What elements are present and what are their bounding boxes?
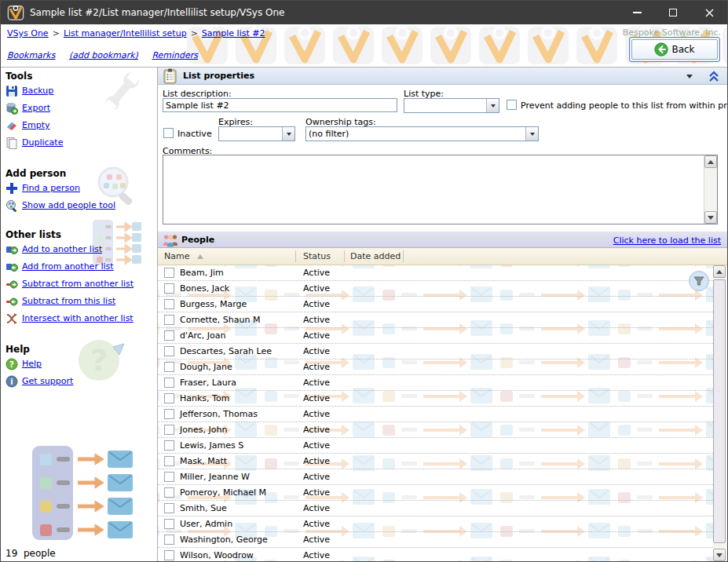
row-checkbox[interactable] — [164, 299, 174, 309]
column-header-name[interactable]: Name — [164, 251, 203, 261]
table-row[interactable]: Mask, MattActive — [158, 454, 713, 469]
list-type-dropdown[interactable] — [404, 98, 499, 113]
breadcrumb-link-sample-list[interactable]: Sample list #2 — [202, 28, 265, 38]
column-header-status[interactable]: Status — [303, 251, 331, 261]
table-row[interactable]: Burgess, MargeActive — [158, 297, 713, 312]
row-checkbox[interactable] — [164, 330, 174, 341]
sidebar-item-add-from-another-list[interactable]: Add from another list — [5, 260, 157, 273]
comments-scroll-down-button[interactable] — [704, 211, 717, 224]
add-to-another-list-link[interactable]: Add to another list — [22, 244, 102, 254]
column-separator[interactable] — [344, 250, 345, 262]
table-row[interactable]: Miller, Jeanne WActive — [158, 469, 713, 485]
row-checkbox[interactable] — [164, 283, 174, 294]
table-row[interactable]: Wilson, WoodrowActive — [158, 548, 713, 561]
row-checkbox[interactable] — [164, 472, 174, 482]
row-checkbox[interactable] — [164, 409, 174, 419]
column-header-date-added[interactable]: Date added — [350, 251, 401, 261]
sidebar-item-find-a-person[interactable]: Find a person — [5, 181, 157, 195]
sidebar-item-empty[interactable]: Empty — [5, 119, 157, 132]
sidebar-item-backup[interactable]: Backup — [5, 84, 157, 97]
comments-scroll-up-button[interactable] — [704, 155, 717, 168]
column-separator[interactable] — [295, 250, 296, 262]
filter-button[interactable] — [689, 271, 709, 291]
row-checkbox[interactable] — [164, 268, 174, 278]
minimize-button[interactable] — [619, 1, 655, 24]
maximize-button[interactable] — [655, 1, 691, 24]
row-checkbox[interactable] — [164, 362, 174, 372]
back-button[interactable]: Back — [629, 37, 720, 62]
comments-scrollbar[interactable] — [704, 155, 717, 224]
row-checkbox[interactable] — [164, 393, 174, 403]
table-row[interactable]: Jefferson, ThomasActive — [158, 407, 713, 422]
column-separator[interactable] — [403, 250, 404, 262]
sidebar-item-show-add-people-tool[interactable]: Show add people tool — [5, 199, 157, 212]
row-checkbox[interactable] — [164, 487, 174, 498]
table-row[interactable]: Washington, GeorgeActive — [158, 532, 713, 548]
row-checkbox[interactable] — [164, 440, 174, 451]
section-menu-caret-icon[interactable] — [686, 75, 693, 82]
table-row[interactable]: Bones, JackActive — [158, 281, 713, 297]
people-table-scrollbar[interactable] — [713, 265, 726, 561]
prevent-adding-checkbox[interactable] — [507, 100, 517, 110]
row-checkbox[interactable] — [164, 346, 174, 356]
collapse-all-icon[interactable] — [708, 70, 719, 86]
table-row[interactable]: Fraser, LauraActive — [158, 375, 713, 391]
row-name: Burgess, Marge — [180, 299, 247, 309]
table-row[interactable]: Smith, SueActive — [158, 501, 713, 516]
table-scroll-up-button[interactable] — [713, 265, 726, 278]
row-checkbox[interactable] — [164, 378, 174, 388]
empty-link[interactable]: Empty — [22, 120, 49, 130]
row-checkbox[interactable] — [164, 503, 174, 513]
subtract-from-this-list-link[interactable]: Subtract from this list — [22, 296, 115, 306]
comments-textarea[interactable] — [163, 155, 718, 224]
row-checkbox[interactable] — [164, 456, 174, 466]
sidebar-item-intersect-with-another-list[interactable]: Intersect with another list — [5, 312, 157, 325]
find-a-person-link[interactable]: Find a person — [22, 183, 80, 193]
table-row[interactable]: User, AdminActive — [158, 516, 713, 532]
sidebar-item-export[interactable]: Export — [5, 101, 157, 115]
close-button[interactable] — [691, 1, 727, 24]
help-link[interactable]: Help — [22, 359, 42, 369]
row-checkbox[interactable] — [164, 535, 174, 545]
row-checkbox[interactable] — [164, 519, 174, 529]
row-checkbox[interactable] — [164, 315, 174, 325]
table-scroll-thumb[interactable] — [713, 279, 726, 543]
duplicate-link[interactable]: Duplicate — [22, 137, 63, 148]
show-add-people-tool-link[interactable]: Show add people tool — [22, 200, 115, 210]
inactive-checkbox[interactable] — [163, 128, 174, 138]
table-row[interactable]: Dough, JaneActive — [158, 359, 713, 375]
add-bookmark-link[interactable]: (add bookmark) — [69, 50, 138, 60]
table-row[interactable]: Cornette, Shaun MActive — [158, 312, 713, 328]
row-checkbox[interactable] — [164, 425, 174, 435]
expires-dropdown[interactable] — [218, 126, 295, 141]
sidebar-item-help[interactable]: ? Help — [5, 357, 157, 370]
row-checkbox[interactable] — [164, 550, 174, 560]
bookmarks-link[interactable]: Bookmarks — [7, 50, 55, 60]
table-row[interactable]: d'Arc, JoanActive — [158, 328, 713, 344]
sidebar-item-get-support[interactable]: i Get support — [5, 374, 157, 388]
load-list-link[interactable]: Click here to load the list — [613, 235, 721, 246]
backup-link[interactable]: Backup — [22, 86, 53, 96]
export-link[interactable]: Export — [22, 103, 50, 113]
list-properties-header: List properties — [158, 68, 727, 85]
table-row[interactable]: Descartes, Sarah LeeActive — [158, 344, 713, 359]
intersect-with-another-list-link[interactable]: Intersect with another list — [22, 313, 134, 323]
reminders-link[interactable]: Reminders — [152, 50, 198, 60]
table-row[interactable]: Beam, JimActive — [158, 265, 713, 281]
breadcrumb-link-list-manager[interactable]: List manager/Intellilist setup — [64, 28, 187, 38]
sidebar-item-subtract-from-another-list[interactable]: Subtract from another list — [5, 277, 157, 290]
breadcrumb-link-vsys-one[interactable]: VSys One — [7, 28, 49, 38]
list-description-input[interactable] — [163, 98, 397, 112]
sidebar-item-subtract-from-this-list[interactable]: Subtract from this list — [5, 294, 157, 308]
add-from-another-list-link[interactable]: Add from another list — [22, 261, 114, 272]
table-row[interactable]: Lewis, James SActive — [158, 438, 713, 454]
sidebar-item-duplicate[interactable]: Duplicate — [5, 136, 157, 149]
sidebar-item-add-to-another-list[interactable]: Add to another list — [5, 243, 157, 256]
ownership-tags-dropdown[interactable]: (no filter) — [305, 126, 539, 141]
subtract-from-another-list-link[interactable]: Subtract from another list — [22, 279, 134, 289]
table-row[interactable]: Jones, JohnActive — [158, 422, 713, 438]
table-row[interactable]: Hanks, TomActive — [158, 391, 713, 407]
table-row[interactable]: Pomeroy, Michael MActive — [158, 485, 713, 501]
table-scroll-down-button[interactable] — [713, 549, 726, 561]
get-support-link[interactable]: Get support — [22, 376, 73, 386]
